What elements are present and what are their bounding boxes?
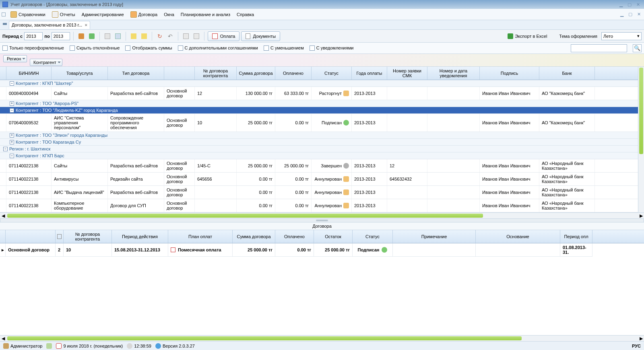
col-product[interactable]: Товар/услуга — [52, 67, 108, 80]
collapse-icon[interactable]: − — [10, 81, 14, 86]
tb-refresh-button[interactable]: ↻ — [155, 32, 164, 41]
expand-icon[interactable]: + — [10, 140, 14, 144]
group-row[interactable]: −Контрагент : КГКП Барс — [0, 152, 638, 159]
checkbox-icon — [125, 45, 130, 51]
tb-btn-10[interactable] — [192, 32, 201, 41]
tb-btn-4[interactable] — [114, 32, 122, 41]
menu-planning[interactable]: Планирование и анализ — [178, 11, 233, 18]
search-button[interactable]: 🔍 — [633, 44, 642, 52]
mdi-minimize-button[interactable]: ▁ — [618, 12, 625, 17]
detail-horizontal-scrollbar[interactable]: ◀ ▶ — [0, 335, 644, 341]
checkbox-icon — [70, 45, 75, 51]
status-completed-icon — [343, 163, 349, 169]
col-sign[interactable]: Подпись — [480, 67, 539, 80]
group-row-region[interactable]: −Регион : г. Шахтинск — [0, 146, 638, 152]
col-paid[interactable]: Оплачено — [275, 67, 312, 80]
minimize-button[interactable]: ▁ — [617, 2, 625, 7]
col-bank[interactable]: Банк — [539, 67, 595, 80]
group-row[interactable]: +Контрагент : ТОО Караганда Су — [0, 139, 638, 146]
table-row[interactable]: 071140022138Компьютерное оборудованиеДог… — [0, 199, 638, 212]
detail-title: Договора — [0, 222, 644, 230]
group-pill-counterparty[interactable]: Контрагент — [30, 59, 62, 66]
references-icon — [10, 11, 17, 18]
table-row[interactable]: 071140022138АнтивирусыРедизайн сайтаОсно… — [0, 173, 638, 186]
period-to-input[interactable] — [52, 32, 70, 40]
expand-icon[interactable]: + — [10, 133, 14, 138]
tb3-icon — [105, 33, 110, 39]
group-row-selected[interactable]: −Контрагент : ТОО "Людмила-KZ" город Кар… — [0, 107, 638, 114]
search-input[interactable] — [571, 44, 627, 52]
menu-help[interactable]: Справка — [233, 11, 257, 18]
close-button[interactable]: ✕ — [634, 2, 642, 7]
detail-row[interactable]: ▸ Основной договор 2 10 15.08.2013-31.12… — [0, 243, 644, 257]
filter-with-notifications[interactable]: С уведомлениями — [310, 45, 354, 51]
menu-references[interactable]: Справочники — [7, 10, 49, 19]
scroll-left-icon[interactable]: ◀ — [0, 336, 6, 341]
col-number[interactable]: № договора контрагента — [195, 67, 237, 80]
tb-btn-6[interactable] — [140, 32, 149, 41]
scrollbar-thumb[interactable] — [7, 214, 483, 218]
expand-icon[interactable]: + — [10, 101, 14, 106]
tabstrip-dropdown-icon[interactable] — [3, 23, 7, 27]
tb-btn-5[interactable] — [129, 32, 138, 41]
splitter[interactable] — [0, 218, 644, 222]
collapse-icon[interactable]: − — [3, 147, 8, 151]
col-status[interactable]: Статус — [312, 67, 352, 80]
period-to-label: по — [44, 34, 50, 39]
period-from-input[interactable] — [24, 32, 43, 40]
col-years[interactable]: Года оплаты — [352, 67, 387, 80]
tab-close-icon[interactable]: × — [85, 23, 87, 27]
tb-btn-2[interactable] — [87, 32, 96, 41]
scroll-right-icon[interactable]: ▶ — [638, 213, 644, 218]
tab-contracts-2013[interactable]: Договоры, заключенные в 2013 г... × — [9, 21, 90, 29]
maximize-button[interactable]: ▢ — [626, 2, 633, 7]
export-excel-button[interactable]: Экспорт в Excel — [504, 33, 550, 40]
menu-contracts[interactable]: Договора — [127, 10, 161, 19]
scroll-left-icon[interactable]: ◀ — [0, 213, 6, 218]
mdi-close-button[interactable]: ✕ — [635, 12, 642, 17]
filter-only-re[interactable]: Только переоформленные — [2, 45, 64, 51]
menubar-dropdown-icon[interactable] — [2, 12, 6, 16]
menu-reports[interactable]: Отчеты — [49, 10, 78, 19]
mdi-restore-button[interactable]: ▢ — [627, 12, 634, 17]
tb-btn-3[interactable] — [103, 32, 112, 41]
tb-btn-1[interactable] — [77, 32, 86, 41]
scrollbar-thumb[interactable] — [7, 336, 522, 340]
tb-btn-9[interactable] — [182, 32, 190, 41]
menubar[interactable]: Справочники Отчеты Администрирование Дог… — [0, 9, 644, 20]
tb-undo-button[interactable]: ↶ — [166, 32, 175, 41]
theme-combo[interactable]: Лето▾ — [601, 32, 642, 40]
vertical-scrollbar[interactable] — [638, 67, 644, 212]
payment-button[interactable]: Оплата — [208, 31, 240, 41]
status-cancelled-icon — [343, 176, 349, 182]
documents-button[interactable]: Документы — [241, 31, 280, 41]
tableility-row[interactable]: 000840000494 Сайты Разработка веб-сайтов… — [0, 87, 638, 100]
col-notif[interactable]: Номер и дата уведомления — [427, 67, 480, 80]
menu-admin[interactable]: Администрирование — [78, 11, 127, 18]
col-contract-type[interactable]: Тип договора — [108, 67, 164, 80]
filter-with-additional[interactable]: С дополнительными соглашениями — [178, 45, 258, 51]
group-row[interactable]: −Контрагент : КГКП "Шахтер" — [0, 80, 638, 87]
col-sum[interactable]: Сумма договора — [237, 67, 275, 80]
table-row[interactable]: 071140022138АИС "Выдача лицензий"Разрабо… — [0, 186, 638, 199]
horizontal-scrollbar[interactable]: ◀ ▶ — [0, 212, 644, 218]
filter-show-sums[interactable]: Отображать суммы — [125, 45, 172, 51]
group-row[interactable]: +Контрагент : ТОО "Аврора-PS" — [0, 100, 638, 107]
collapse-icon[interactable]: − — [10, 108, 14, 113]
menu-windows[interactable]: Окна — [161, 11, 178, 18]
tb5-icon — [131, 33, 136, 39]
group-pill-region[interactable]: Регион — [3, 55, 27, 62]
table-row[interactable]: 071140022138СайтыРазработка веб-сайтовОс… — [0, 159, 638, 173]
filter-hide-declined[interactable]: Скрыть отклонённые — [70, 45, 120, 51]
group-row[interactable]: +Контрагент : ТОО "Элион" города Караган… — [0, 132, 638, 139]
col-bin[interactable]: БИН/ИИН — [6, 67, 52, 80]
scroll-right-icon[interactable]: ▶ — [638, 336, 644, 341]
table-row[interactable]: 070640009532 АИС "Система управления пер… — [0, 114, 638, 132]
filter-with-decrease[interactable]: С уменьшением — [264, 45, 304, 51]
col-smk[interactable]: Номер заявки СМК — [387, 67, 427, 80]
col-kind[interactable] — [164, 67, 195, 80]
group-panel[interactable]: Регион Контрагент — [0, 54, 644, 67]
collapse-icon[interactable]: − — [10, 154, 14, 158]
scrollbar-thumb[interactable] — [639, 68, 643, 154]
doc-icon — [57, 234, 62, 239]
